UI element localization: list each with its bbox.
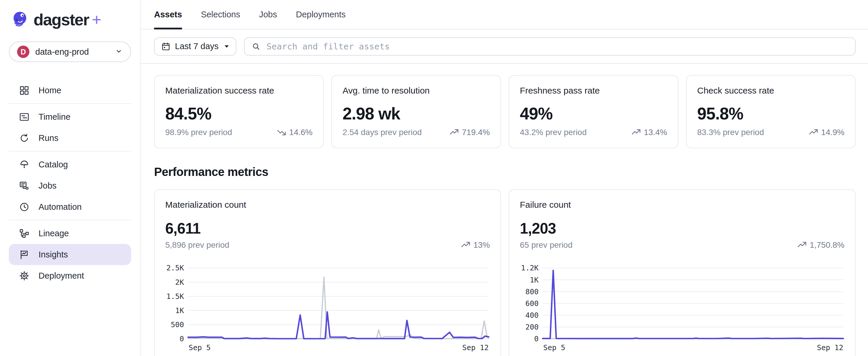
trend-up-icon [631, 127, 641, 137]
content-area: Materialization success rate 84.5% 98.9%… [141, 64, 868, 356]
sidebar-item-label: Home [38, 86, 61, 95]
svg-text:1.5K: 1.5K [166, 292, 184, 301]
svg-text:600: 600 [525, 299, 539, 308]
chart-value: 1,203 [520, 220, 844, 237]
workspace-switcher[interactable]: D data-eng-prod [9, 41, 131, 62]
sidebar-item-label: Automation [38, 202, 82, 212]
sidebar-item-label: Jobs [38, 181, 57, 191]
sidebar-item-label: Timeline [38, 112, 70, 122]
brand-wordmark: dagster [33, 10, 89, 29]
top-tabbar: Assets Selections Jobs Deployments [141, 0, 868, 29]
sidebar-item-label: Deployment [38, 271, 84, 281]
clock-icon [19, 202, 30, 212]
sidebar-item-timeline[interactable]: Timeline [9, 106, 131, 127]
sidebar-item-automation[interactable]: Automation [9, 196, 131, 217]
kpi-value: 2.98 wk [343, 104, 490, 123]
materialization-count-line-chart[interactable]: 05001K1.5K2K2.5KSep 5Sep 12 [165, 264, 490, 352]
svg-text:400: 400 [525, 311, 539, 320]
kpi-value: 49% [520, 104, 667, 123]
kpi-prev-period: 43.2% prev period [520, 128, 587, 137]
svg-text:0: 0 [180, 334, 184, 343]
svg-text:Sep 5: Sep 5 [544, 343, 565, 352]
main-area: Assets Selections Jobs Deployments Last … [141, 0, 868, 356]
sidebar-item-label: Lineage [38, 229, 69, 238]
date-range-button[interactable]: Last 7 days [154, 37, 237, 56]
trend-up-icon [461, 240, 470, 250]
date-range-label: Last 7 days [175, 41, 218, 51]
kpi-value: 95.8% [697, 104, 844, 123]
chart-card-failure-count: Failure count 1,203 65 prev period 1,750… [509, 189, 856, 356]
kpi-prev-period: 98.9% prev period [165, 128, 232, 137]
svg-text:0: 0 [534, 334, 539, 343]
calendar-icon [161, 42, 170, 51]
trend-up-icon [809, 127, 818, 137]
trend-up-icon [797, 240, 807, 250]
sidebar-item-catalog[interactable]: Catalog [9, 154, 131, 175]
kpi-value: 84.5% [165, 104, 313, 123]
timeline-icon [19, 112, 30, 122]
chart-title: Failure count [520, 200, 844, 210]
chart-delta: 1,750.8% [797, 240, 844, 250]
chart-prev-period: 5,896 prev period [165, 240, 229, 250]
dropdown-caret-icon [224, 45, 229, 48]
trend-up-icon [449, 127, 459, 137]
svg-text:2.5K: 2.5K [166, 264, 184, 272]
chevron-down-icon [115, 47, 123, 57]
sidebar-item-lineage[interactable]: Lineage [9, 223, 131, 244]
chart-value: 6,611 [165, 220, 490, 237]
jobs-icon [19, 180, 30, 191]
sidebar-item-label: Runs [38, 133, 59, 143]
failure-count-line-chart[interactable]: 02004006008001K1.2KSep 5Sep 12 [520, 264, 844, 352]
kpi-card-row: Materialization success rate 84.5% 98.9%… [154, 75, 856, 148]
gear-icon [19, 270, 30, 281]
search-icon [252, 42, 260, 51]
sidebar-item-runs[interactable]: Runs [9, 127, 131, 149]
sidebar-item-deployment[interactable]: Deployment [9, 265, 131, 286]
tab-assets[interactable]: Assets [154, 0, 182, 29]
workspace-name: data-eng-prod [35, 47, 109, 57]
trend-down-icon [277, 127, 286, 137]
tab-selections[interactable]: Selections [201, 0, 240, 29]
sidebar-item-label: Insights [38, 250, 68, 260]
workspace-avatar: D [17, 46, 29, 58]
chart-card-materialization-count: Materialization count 6,611 5,896 prev p… [154, 189, 501, 356]
brand-plus-badge: + [92, 10, 101, 29]
kpi-title: Avg. time to resolution [343, 86, 490, 96]
filter-bar: Last 7 days [141, 29, 868, 64]
kpi-title: Materialization success rate [165, 86, 313, 96]
lineage-graph-icon [19, 228, 30, 239]
sidebar: dagster + D data-eng-prod Home [0, 0, 141, 356]
kpi-delta: 14.9% [809, 127, 844, 137]
svg-text:1K: 1K [530, 276, 539, 284]
kpi-card-materialization-success-rate: Materialization success rate 84.5% 98.9%… [154, 75, 324, 148]
performance-metrics-heading: Performance metrics [154, 165, 856, 179]
kpi-card-avg-time-to-resolution: Avg. time to resolution 2.98 wk 2.54 day… [331, 75, 501, 148]
svg-text:Sep 5: Sep 5 [189, 343, 211, 352]
kpi-prev-period: 83.3% prev period [697, 128, 764, 137]
dagster-octopus-icon [12, 11, 29, 29]
chart-delta: 13% [461, 240, 490, 250]
sidebar-item-jobs[interactable]: Jobs [9, 175, 131, 196]
home-grid-icon [19, 85, 30, 96]
chart-card-row: Materialization count 6,611 5,896 prev p… [154, 189, 856, 356]
kpi-delta: 13.4% [631, 127, 667, 137]
tab-deployments[interactable]: Deployments [296, 0, 345, 29]
sidebar-item-home[interactable]: Home [9, 80, 131, 101]
catalog-asset-icon [19, 159, 30, 170]
kpi-title: Check success rate [697, 86, 844, 96]
brand-logo[interactable]: dagster + [0, 0, 140, 29]
runs-icon [19, 133, 30, 144]
sidebar-nav: Home Timeline Runs [0, 78, 140, 289]
svg-text:200: 200 [525, 323, 539, 331]
svg-text:Sep 12: Sep 12 [817, 343, 843, 352]
sidebar-item-label: Catalog [38, 160, 68, 170]
kpi-title: Freshness pass rate [520, 86, 667, 96]
kpi-delta: 719.4% [449, 127, 490, 137]
tab-jobs[interactable]: Jobs [259, 0, 277, 29]
svg-text:500: 500 [171, 320, 184, 329]
svg-text:2K: 2K [175, 278, 184, 287]
search-input[interactable] [266, 41, 848, 52]
svg-text:800: 800 [525, 288, 539, 296]
sidebar-item-insights[interactable]: Insights [9, 244, 131, 265]
svg-text:1K: 1K [175, 306, 184, 315]
